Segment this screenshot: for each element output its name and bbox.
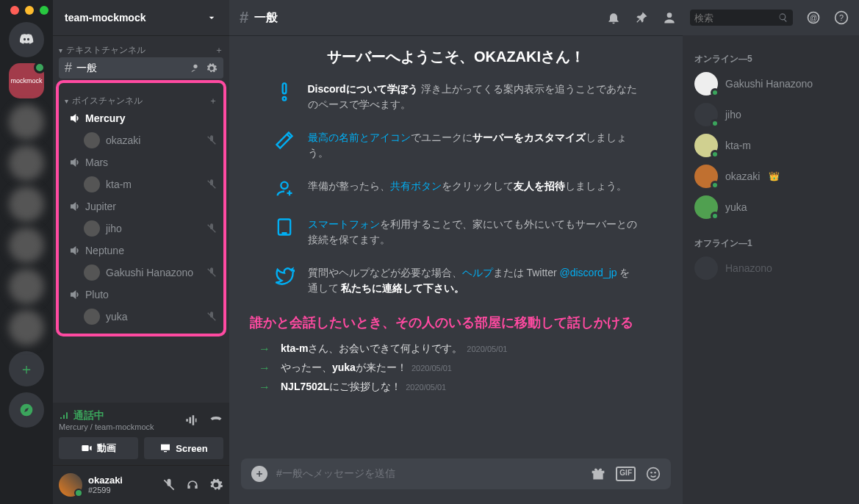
message-text: やったー、yukaが来たー！2020/05/01 <box>281 361 452 375</box>
text-channel[interactable]: #一般 <box>59 57 223 79</box>
notifications-icon[interactable] <box>606 10 621 25</box>
add-channel-icon[interactable]: ＋ <box>209 95 218 107</box>
mic-muted-icon <box>206 223 218 234</box>
member-row[interactable]: kta-m <box>689 130 853 161</box>
member-name: Hanazono <box>725 262 772 274</box>
disconnect-icon[interactable] <box>209 413 223 428</box>
search-box[interactable] <box>690 10 793 26</box>
discord-logo-icon <box>19 32 34 47</box>
server-item[interactable] <box>9 187 44 222</box>
self-avatar[interactable] <box>59 473 82 497</box>
message-timestamp: 2020/05/01 <box>411 364 452 372</box>
tip-icon <box>273 82 296 102</box>
tip-icon <box>273 265 296 286</box>
server-item[interactable] <box>9 228 44 263</box>
screen-icon <box>159 442 171 454</box>
avatar <box>694 134 718 157</box>
headphones-icon[interactable] <box>185 478 200 492</box>
members-sidebar: オンライン—5 Gakushi Hanazonojihokta-mokazaki… <box>683 35 859 504</box>
category-voice[interactable]: ▾ ボイスチャンネル ＋ <box>59 86 223 107</box>
voice-user-name: Gakushi Hanazono <box>106 267 193 278</box>
window-minimize[interactable] <box>25 6 34 15</box>
voice-channel[interactable]: Pluto <box>59 284 223 305</box>
member-row[interactable]: Gakushi Hanazono <box>689 68 853 99</box>
tip-icon <box>273 130 296 151</box>
speaker-icon <box>69 112 81 124</box>
server-icon-label: mockmock <box>10 77 42 84</box>
server-item[interactable] <box>9 145 44 181</box>
category-text[interactable]: ▾ テキストチャンネル ＋ <box>53 35 229 57</box>
voice-user-name: jiho <box>106 223 122 234</box>
server-item[interactable] <box>9 269 44 304</box>
voice-user[interactable]: kta-m <box>59 173 223 195</box>
voice-channel[interactable]: Mars <box>59 152 223 173</box>
attach-icon[interactable]: ＋ <box>251 466 267 482</box>
add-channel-icon[interactable]: ＋ <box>215 44 223 57</box>
mic-muted-icon <box>206 267 218 278</box>
status-dot <box>711 212 719 220</box>
voice-user[interactable]: okazaki <box>59 129 223 151</box>
self-username: okazaki <box>88 475 123 486</box>
gif-icon[interactable]: GIF <box>616 467 636 481</box>
welcome-tip: 最高の名前とアイコンでユニークにサーバーをカスタマイズしましょう。 <box>273 130 640 161</box>
mute-mic-icon[interactable] <box>162 478 176 492</box>
self-discriminator: #2599 <box>88 486 123 494</box>
avatar <box>694 195 718 219</box>
member-row[interactable]: Hanazono <box>689 253 853 284</box>
pin-icon[interactable] <box>634 10 649 25</box>
gear-icon[interactable] <box>206 62 218 74</box>
member-row[interactable]: yuka <box>689 192 853 223</box>
tip-text: 準備が整ったら、共有ボタンをクリックして友人を招待しましょう。 <box>308 179 627 194</box>
system-message: →kta-mさん、お会いできて何よりです。2020/05/01 <box>259 339 653 359</box>
search-input[interactable] <box>694 12 775 24</box>
avatar <box>694 72 718 96</box>
voice-user[interactable]: jiho <box>59 217 223 240</box>
speaker-icon <box>69 156 81 168</box>
welcome-tip: スマートフォンを利用することで、家にいても外にいてもサーバーとの接続を保てます。 <box>273 217 640 248</box>
voice-user[interactable]: Gakushi Hanazono <box>59 262 223 284</box>
member-row[interactable]: okazaki👑 <box>689 161 853 192</box>
hash-icon: # <box>65 60 72 76</box>
voice-channel[interactable]: Mercury <box>59 108 223 129</box>
add-server-button[interactable]: ＋ <box>9 351 44 386</box>
search-icon <box>778 12 788 24</box>
voice-channel[interactable]: Neptune <box>59 240 223 261</box>
home-button[interactable] <box>9 22 44 57</box>
message-input[interactable]: ＋ #一般へメッセージを送信 GIF <box>241 458 671 489</box>
mentions-icon[interactable]: @ <box>806 10 821 25</box>
message-text: kta-mさん、お会いできて何よりです。2020/05/01 <box>281 342 507 356</box>
window-close[interactable] <box>10 6 19 15</box>
svg-point-6 <box>654 472 656 474</box>
members-online-heading: オンライン—5 <box>694 53 847 65</box>
members-icon[interactable] <box>662 10 677 25</box>
member-row[interactable]: jiho <box>689 99 853 130</box>
annotation-highlight: ▾ ボイスチャンネル ＋ MercuryokazakiMarskta-mJupi… <box>56 80 226 336</box>
server-item[interactable] <box>9 310 44 345</box>
window-maximize[interactable] <box>40 6 48 15</box>
discover-button[interactable] <box>9 392 44 428</box>
server-header[interactable]: team-mockmock <box>53 0 229 35</box>
crown-icon: 👑 <box>769 171 780 181</box>
voice-connected-label: 通話中 <box>59 408 154 422</box>
annotation-text: 誰かと会話したいとき、その人のいる部屋に移動して話しかける <box>244 314 668 339</box>
settings-icon[interactable] <box>209 478 223 492</box>
join-arrow-icon: → <box>259 381 270 394</box>
server-mockmock[interactable]: mockmock <box>9 63 44 98</box>
status-dot <box>74 489 83 497</box>
voice-indicator-icon <box>34 62 46 73</box>
noise-suppress-icon[interactable] <box>184 413 198 428</box>
voice-channel[interactable]: Jupiter <box>59 196 223 217</box>
gift-icon[interactable] <box>591 467 605 481</box>
emoji-icon[interactable] <box>646 467 661 481</box>
avatar <box>84 176 100 192</box>
help-icon[interactable]: ? <box>834 10 849 25</box>
hash-icon: # <box>240 8 248 27</box>
server-item[interactable] <box>9 104 44 140</box>
voice-user[interactable]: yuka <box>59 306 223 328</box>
tip-text: 質問やヘルプなどが必要な場合、ヘルプまたは Twitter @discord_j… <box>308 265 640 296</box>
avatar <box>84 132 100 148</box>
screen-share-button[interactable]: Screen <box>144 437 223 459</box>
voice-channel-name: Mercury <box>85 112 125 124</box>
video-button[interactable]: 動画 <box>59 437 138 459</box>
invite-icon[interactable] <box>190 62 201 74</box>
